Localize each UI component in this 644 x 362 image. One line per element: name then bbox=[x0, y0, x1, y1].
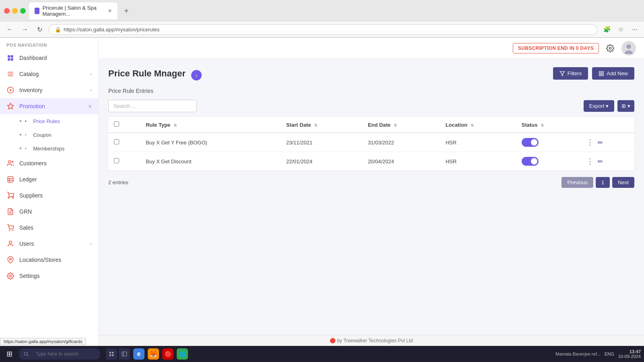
svg-rect-30 bbox=[599, 74, 601, 76]
back-button[interactable]: ← bbox=[4, 24, 15, 35]
suppliers-icon bbox=[6, 191, 14, 200]
sidebar-item-ledger[interactable]: Ledger bbox=[0, 171, 98, 187]
forward-button[interactable]: → bbox=[19, 24, 31, 35]
grid-view-button[interactable]: ⊞ ▾ bbox=[617, 100, 634, 112]
row2-checkbox[interactable] bbox=[114, 158, 119, 163]
footer-text: by Treewalker Technologies Pvt Ltd bbox=[337, 338, 413, 343]
settings-label: Settings bbox=[19, 273, 92, 279]
subscription-badge: SUBSCRIPTION END IN 0 DAYS bbox=[513, 43, 599, 53]
export-label: Export bbox=[589, 103, 605, 109]
taskbar-chrome-icon[interactable]: 🌐 bbox=[177, 348, 188, 360]
svg-marker-26 bbox=[560, 71, 565, 76]
taskbar: ⊞ e 🦊 🔴 🌐 Mamata Banerjee ref... ENG 13:… bbox=[0, 346, 644, 362]
sidebar-item-inventory[interactable]: Inventory › bbox=[0, 82, 98, 98]
svg-rect-34 bbox=[112, 352, 114, 354]
taskbar-view-icon[interactable] bbox=[106, 348, 117, 360]
row2-edit-button[interactable]: ✏ bbox=[598, 158, 603, 165]
grn-label: GRN bbox=[19, 208, 92, 215]
app-container: POS NAVIGATION Dashboard Catalog › Inven… bbox=[0, 38, 644, 346]
pagination: 2 entries Previous 1 Next bbox=[108, 177, 634, 188]
sidebar-item-sales[interactable]: Sales bbox=[0, 220, 98, 236]
taskbar-search-bar[interactable] bbox=[19, 348, 100, 360]
sidebar-sub-item-price-rules[interactable]: • Price Rules bbox=[0, 114, 98, 128]
export-dropdown-icon: ▾ bbox=[606, 103, 609, 109]
row2-checkbox-cell[interactable] bbox=[108, 152, 140, 171]
sidebar-item-promotion[interactable]: Promotion ∨ bbox=[0, 98, 98, 114]
sidebar-sub-item-memberships[interactable]: • Memberships bbox=[0, 142, 98, 155]
taskbar-edge-icon[interactable]: e bbox=[133, 348, 144, 360]
sidebar-item-suppliers[interactable]: Suppliers bbox=[0, 187, 98, 204]
reload-button[interactable]: ↻ bbox=[35, 24, 45, 35]
current-page-button[interactable]: 1 bbox=[596, 177, 610, 188]
taskbar-firefox-icon[interactable]: 🦊 bbox=[148, 348, 159, 360]
sidebar-toggle-button[interactable]: › bbox=[191, 70, 202, 80]
svg-rect-0 bbox=[8, 55, 10, 58]
maximize-window-button[interactable] bbox=[20, 8, 26, 14]
col-checkbox[interactable] bbox=[108, 117, 140, 133]
sidebar-item-catalog[interactable]: Catalog › bbox=[0, 66, 98, 82]
svg-point-8 bbox=[8, 160, 11, 163]
sidebar-item-grn[interactable]: GRN bbox=[0, 204, 98, 220]
export-button[interactable]: Export ▾ bbox=[584, 100, 615, 112]
row1-more-button[interactable]: ⋮ bbox=[586, 138, 594, 147]
col-start-date[interactable]: Start Date ⇅ bbox=[281, 117, 362, 133]
next-page-button[interactable]: Next bbox=[612, 177, 634, 188]
col-rule-type[interactable]: Rule Type ⇅ bbox=[140, 117, 281, 133]
location-sort-icon: ⇅ bbox=[471, 123, 474, 128]
row2-end-date: 20/04/2024 bbox=[362, 152, 440, 171]
taskbar-app-icons bbox=[106, 348, 130, 360]
col-location[interactable]: Location ⇅ bbox=[440, 117, 516, 133]
row1-edit-button[interactable]: ✏ bbox=[598, 139, 603, 146]
top-bar: SUBSCRIPTION END IN 0 DAYS bbox=[99, 38, 644, 59]
taskbar-app-icon[interactable]: 🔴 bbox=[162, 348, 173, 360]
filters-button[interactable]: Filters bbox=[553, 67, 588, 80]
catalog-label: Catalog bbox=[19, 71, 85, 77]
close-window-button[interactable] bbox=[4, 8, 10, 14]
select-all-checkbox[interactable] bbox=[114, 121, 119, 127]
col-end-date[interactable]: End Date ⇅ bbox=[362, 117, 440, 133]
favorites-icon[interactable]: ☆ bbox=[615, 24, 626, 35]
taskbar-clock: 13:47 10-09-2024 bbox=[618, 349, 641, 359]
url-text[interactable]: https://salon.galla.app/mysalon/pricerul… bbox=[64, 27, 159, 33]
add-tab-button[interactable]: + bbox=[121, 6, 132, 16]
minimize-window-button[interactable] bbox=[12, 8, 18, 14]
sidebar-item-settings[interactable]: Settings bbox=[0, 268, 98, 284]
add-new-button[interactable]: Add New bbox=[592, 67, 634, 80]
row1-status-toggle[interactable] bbox=[522, 138, 539, 147]
sidebar-sub-item-coupon[interactable]: • Coupon bbox=[0, 128, 98, 142]
extensions-icon[interactable]: 🧩 bbox=[601, 24, 613, 35]
dashboard-icon bbox=[6, 54, 14, 62]
browser-menu-icon[interactable]: ⋯ bbox=[629, 24, 640, 35]
sidebar-item-users[interactable]: Users › bbox=[0, 236, 98, 252]
row2-status[interactable] bbox=[516, 152, 581, 171]
svg-point-31 bbox=[25, 352, 28, 356]
top-settings-icon[interactable] bbox=[604, 42, 617, 55]
address-bar[interactable]: 🔒 https://salon.galla.app/mysalon/pricer… bbox=[49, 24, 597, 35]
sidebar-item-locations[interactable]: Locations/Stores bbox=[0, 252, 98, 268]
browser-tab[interactable]: Pricerule | Salon & Spa Managem... ✕ bbox=[29, 2, 118, 19]
sidebar-item-customers[interactable]: Customers bbox=[0, 155, 98, 171]
memberships-label: Memberships bbox=[33, 146, 64, 152]
row1-checkbox[interactable] bbox=[114, 139, 119, 144]
toolbar-right: Export ▾ ⊞ ▾ bbox=[584, 100, 634, 112]
taskbar-search-input[interactable] bbox=[31, 350, 95, 358]
browser-navbar: ← → ↻ 🔒 https://salon.galla.app/mysalon/… bbox=[0, 22, 644, 37]
row1-start-date: 23/11/2021 bbox=[281, 133, 362, 152]
user-avatar[interactable] bbox=[621, 41, 636, 56]
col-status[interactable]: Status ⇅ bbox=[516, 117, 581, 133]
taskbar-date: 10-09-2024 bbox=[618, 354, 641, 359]
row1-status[interactable] bbox=[516, 133, 581, 152]
row1-checkbox-cell[interactable] bbox=[108, 133, 140, 152]
customers-label: Customers bbox=[19, 160, 92, 167]
svg-rect-28 bbox=[602, 71, 603, 73]
row2-more-button[interactable]: ⋮ bbox=[586, 157, 594, 166]
taskbar-file-icon[interactable] bbox=[119, 348, 130, 360]
row2-status-toggle[interactable] bbox=[522, 157, 539, 166]
sidebar-item-dashboard[interactable]: Dashboard bbox=[0, 50, 98, 66]
tab-close-button[interactable]: ✕ bbox=[108, 8, 112, 14]
sales-icon bbox=[6, 224, 14, 232]
start-button[interactable]: ⊞ bbox=[3, 348, 16, 360]
previous-page-button[interactable]: Previous bbox=[561, 177, 593, 188]
svg-rect-29 bbox=[602, 74, 603, 76]
search-input[interactable] bbox=[108, 100, 197, 112]
